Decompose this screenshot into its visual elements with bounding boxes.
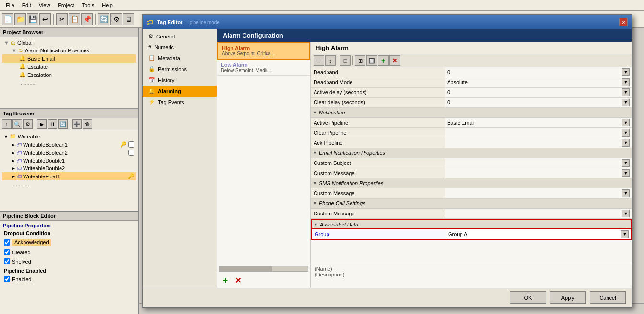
prop-value-active-pipeline[interactable]: Basic Email ▼ [445, 118, 632, 127]
menu-view[interactable]: View [35, 1, 54, 9]
alarm-item-high[interactable]: High Alarm Above Setpoint, Critica... [217, 42, 310, 60]
tree-item-escalate[interactable]: 🔔 Escalate [2, 63, 136, 71]
alarm-list-scrollbar[interactable] [219, 266, 308, 272]
prop-btn-group[interactable]: ▼ [621, 230, 629, 238]
checkbox-shelved-row[interactable]: Shelved [0, 257, 138, 266]
ok-button[interactable]: OK [510, 291, 546, 304]
tb-btn-3[interactable]: ⚙ [23, 119, 33, 129]
prop-btn-custom-msg-phone[interactable]: ▼ [622, 210, 630, 217]
prop-btn-deadband[interactable]: ▼ [622, 68, 630, 76]
prop-value-custom-msg-phone[interactable]: ▼ [445, 209, 632, 218]
menu-edit[interactable]: Edit [18, 1, 35, 9]
prop-value-clear-pipeline[interactable]: ▼ [445, 128, 632, 138]
notification-toggle[interactable]: ▼ [313, 110, 317, 115]
tb-btn-1[interactable]: ↑ [2, 119, 12, 129]
assoc-data-toggle[interactable]: ▼ [314, 222, 318, 227]
checkbox-enabled[interactable] [4, 276, 10, 282]
prop-btn-active-delay[interactable]: ▼ [622, 88, 630, 96]
toolbar-settings[interactable]: ⚙ [110, 13, 122, 25]
prop-name-group[interactable]: Group [312, 229, 446, 239]
prop-value-custom-msg-sms[interactable]: ▼ [445, 188, 632, 198]
ha-tb-btn-4[interactable]: ⊞ [355, 55, 365, 66]
toolbar-open[interactable]: 📁 [14, 13, 26, 25]
phone-call-toggle[interactable]: ▼ [313, 201, 317, 206]
prop-value-clear-delay[interactable]: 0 ▼ [445, 98, 632, 107]
menu-help[interactable]: Help [98, 1, 117, 9]
prop-btn-ack-pipeline[interactable]: ▼ [622, 139, 630, 147]
ha-tb-add[interactable]: + [378, 55, 389, 66]
toolbar-paste[interactable]: 📌 [81, 13, 93, 25]
section-email-notif: ▼ Email Notification Properties [311, 148, 632, 158]
tree-item-alarm-pipelines[interactable]: ▼ 🗂 Alarm Notification Pipelines [2, 47, 136, 54]
sms-notif-toggle[interactable]: ▼ [313, 181, 317, 186]
checkbox-enabled-row[interactable]: Enabled [0, 275, 138, 284]
tag-tree-double1[interactable]: ▶ 🏷 WriteableDouble1 [2, 157, 136, 164]
tag-bool2-checkbox[interactable] [128, 150, 134, 156]
tag-tree-writeable[interactable]: ▼ 📁 Writeable [2, 132, 136, 140]
prop-btn-custom-msg-sms[interactable]: ▼ [622, 189, 630, 197]
prop-btn-custom-msg-email[interactable]: ▼ [622, 169, 630, 177]
prop-value-group[interactable]: Group A ▼ [446, 229, 631, 239]
checkbox-cleared[interactable] [4, 249, 10, 255]
tb-btn-4[interactable]: ▶ [37, 119, 47, 129]
nav-item-general[interactable]: ⚙ General [143, 31, 217, 42]
nav-item-permissions[interactable]: 🔒 Permissions [143, 63, 217, 75]
checkbox-acknowledged[interactable] [4, 239, 10, 246]
ha-tb-btn-3[interactable]: □ [340, 55, 351, 66]
checkbox-cleared-row[interactable]: Cleared [0, 248, 138, 257]
ha-tb-remove[interactable]: ✕ [389, 55, 400, 66]
prop-btn-clear-delay[interactable]: ▼ [622, 99, 630, 106]
prop-value-deadband-mode[interactable]: Absolute ▼ [445, 77, 632, 87]
tb-btn-2[interactable]: 🔍 [12, 119, 22, 129]
toolbar-copy[interactable]: 📋 [69, 13, 80, 25]
tb-btn-5[interactable]: ⏸ [48, 119, 57, 129]
tree-item-global[interactable]: ▼ 🗂 Global [2, 39, 136, 47]
dialog-close-button[interactable]: ✕ [619, 18, 628, 26]
nav-item-tag-events[interactable]: ⚡ Tag Events [143, 97, 217, 108]
tree-item-escalation[interactable]: 🔔 Escalation [2, 71, 136, 79]
prop-btn-custom-subject[interactable]: ▼ [622, 159, 630, 167]
prop-value-active-delay[interactable]: 0 ▼ [445, 88, 632, 97]
prop-value-ack-pipeline[interactable]: ▼ [445, 138, 632, 148]
tag-tree-bool1[interactable]: ▶ 🏷 WriteableBoolean1 🔑 [2, 140, 136, 149]
tb-btn-7[interactable]: ➕ [72, 119, 82, 129]
prop-value-deadband[interactable]: 0 ▼ [445, 67, 632, 77]
prop-value-custom-msg-email[interactable]: ▼ [445, 168, 632, 178]
apply-button[interactable]: Apply [550, 291, 586, 304]
tag-bool1-checkbox[interactable] [128, 141, 134, 148]
tb-btn-6[interactable]: 🔄 [58, 119, 68, 129]
alarm-add-button[interactable]: + [220, 275, 231, 286]
tag-tree-double2[interactable]: ▶ 🏷 WriteableDouble2 [2, 164, 136, 172]
alarm-item-low[interactable]: Low Alarm Below Setpoint, Mediu... [217, 60, 310, 76]
toolbar-publish[interactable]: 🔄 [98, 13, 109, 25]
nav-item-numeric[interactable]: # Numeric [143, 42, 217, 52]
tag-tree-float1[interactable]: ▶ 🏷 WriteableFloat1 🔑 [2, 172, 136, 180]
toolbar-save[interactable]: 💾 [27, 13, 38, 25]
prop-value-custom-subject[interactable]: ▼ [445, 158, 632, 168]
nav-item-alarming[interactable]: 🔔 Alarming [143, 86, 217, 97]
ha-tb-btn-5[interactable]: 🔲 [366, 55, 377, 66]
menu-file[interactable]: File [2, 1, 18, 9]
prop-btn-deadband-mode[interactable]: ▼ [622, 78, 630, 86]
ha-tb-btn-2[interactable]: ↕ [325, 55, 336, 66]
email-notif-toggle[interactable]: ▼ [313, 151, 317, 155]
dialog-titlebar: 🏷 Tag Editor - pipeline mode ✕ [143, 15, 632, 29]
alarm-remove-button[interactable]: ✕ [232, 275, 243, 286]
checkbox-ack-row[interactable]: Acknowledged [0, 237, 138, 248]
menu-tools[interactable]: Tools [78, 1, 98, 9]
tree-item-basic-email[interactable]: 🔔 Basic Email [2, 54, 136, 63]
toolbar-undo[interactable]: ↩ [39, 13, 51, 25]
prop-btn-active-pipeline[interactable]: ▼ [622, 119, 630, 126]
tag-tree-bool2[interactable]: ▶ 🏷 WriteableBoolean2 [2, 149, 136, 157]
nav-item-metadata[interactable]: 📋 Metadata [143, 52, 217, 63]
toolbar-cut[interactable]: ✂ [56, 13, 68, 25]
ha-tb-btn-1[interactable]: ≡ [314, 55, 324, 66]
nav-item-history[interactable]: 📅 History [143, 75, 217, 86]
toolbar-new[interactable]: 📄 [2, 13, 13, 25]
cancel-button[interactable]: Cancel [590, 291, 626, 304]
menu-project[interactable]: Project [54, 1, 78, 9]
tb-btn-8[interactable]: 🗑 [83, 119, 92, 129]
prop-btn-clear-pipeline[interactable]: ▼ [622, 129, 630, 137]
checkbox-shelved[interactable] [4, 258, 10, 264]
toolbar-extra[interactable]: 🖥 [123, 13, 134, 25]
